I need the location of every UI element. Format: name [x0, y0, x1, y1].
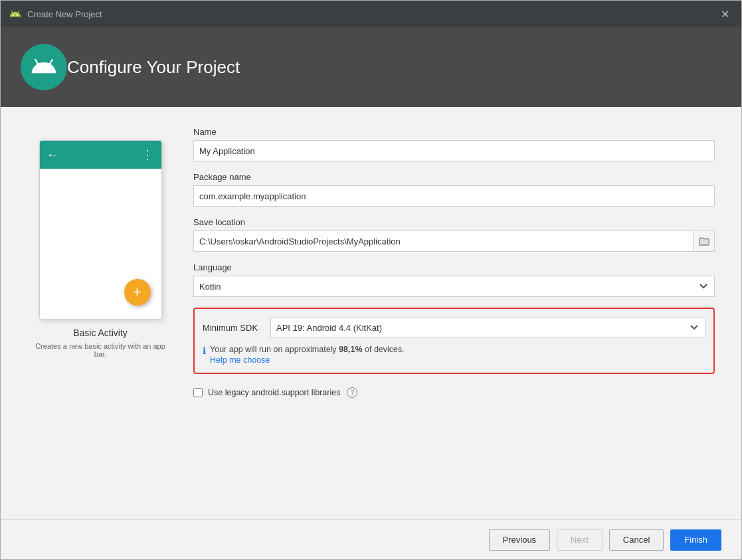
window: Create New Project ✕ Configure Your Proj… — [0, 0, 742, 560]
sdk-info-content: Your app will run on approximately 98,1%… — [210, 345, 405, 365]
phone-mockup: ← ⋮ + — [39, 140, 162, 320]
legacy-checkbox-row: Use legacy android.support libraries ? — [193, 387, 715, 398]
right-panel: Name Package name Save location — [193, 127, 715, 500]
titlebar-title: Create New Project — [27, 9, 717, 19]
android-logo — [21, 44, 67, 90]
main-content: ← ⋮ + Basic Activity Creates a new basic… — [1, 107, 741, 519]
package-input[interactable] — [193, 185, 715, 207]
folder-icon — [699, 236, 709, 246]
name-group: Name — [193, 127, 715, 161]
name-label: Name — [193, 127, 715, 137]
phone-fab: + — [124, 279, 151, 306]
phone-menu-icon: ⋮ — [141, 147, 155, 162]
svg-point-1 — [17, 14, 19, 16]
header-title: Configure Your Project — [67, 57, 240, 78]
sdk-label: Minimum SDK — [203, 323, 262, 333]
android-icon — [29, 52, 58, 82]
language-label: Language — [193, 262, 715, 272]
save-location-input-row — [193, 231, 715, 252]
language-group: Language Kotlin Java — [193, 262, 715, 297]
minimum-sdk-box: Minimum SDK API 19: Android 4.4 (KitKat)… — [193, 308, 715, 374]
save-location-label: Save location — [193, 217, 715, 227]
sdk-info-text: Your app will run on approximately 98,1%… — [210, 345, 405, 354]
save-location-group: Save location — [193, 217, 715, 252]
titlebar: Create New Project ✕ — [1, 1, 741, 27]
package-group: Package name — [193, 172, 715, 207]
left-panel: ← ⋮ + Basic Activity Creates a new basic… — [27, 127, 173, 500]
close-button[interactable]: ✕ — [717, 7, 733, 22]
help-me-choose-link[interactable]: Help me choose — [210, 355, 405, 365]
svg-point-3 — [46, 68, 50, 72]
cancel-button[interactable]: Cancel — [609, 529, 664, 551]
activity-label: Basic Activity — [73, 327, 128, 338]
folder-browse-button[interactable] — [694, 231, 715, 252]
previous-button[interactable]: Previous — [489, 529, 551, 551]
sdk-info-row: ℹ Your app will run on approximately 98,… — [203, 345, 705, 365]
header: Configure Your Project — [1, 27, 741, 107]
info-icon: ℹ — [203, 345, 206, 356]
svg-point-2 — [38, 68, 42, 72]
sdk-row: Minimum SDK API 19: Android 4.4 (KitKat)… — [203, 317, 705, 338]
android-titlebar-icon — [9, 7, 22, 21]
legacy-label: Use legacy android.support libraries — [208, 388, 340, 397]
name-input[interactable] — [193, 140, 715, 161]
phone-topbar: ← ⋮ — [40, 141, 161, 169]
next-button: Next — [557, 529, 603, 551]
sdk-select[interactable]: API 19: Android 4.4 (KitKat) API 21: And… — [270, 317, 705, 338]
phone-back-icon: ← — [46, 148, 58, 162]
help-circle-icon[interactable]: ? — [347, 387, 357, 398]
activity-desc: Creates a new basic activity with an app… — [34, 342, 167, 358]
finish-button[interactable]: Finish — [670, 529, 721, 551]
bottom-bar: Previous Next Cancel Finish — [1, 519, 741, 559]
save-location-input[interactable] — [193, 231, 694, 252]
svg-point-0 — [13, 14, 14, 16]
language-select[interactable]: Kotlin Java — [193, 276, 715, 297]
package-label: Package name — [193, 172, 715, 182]
legacy-checkbox[interactable] — [193, 388, 203, 397]
